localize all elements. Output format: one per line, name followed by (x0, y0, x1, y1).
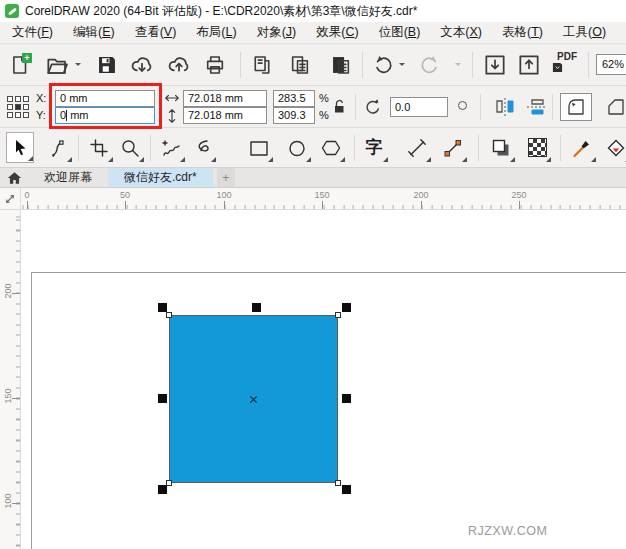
coreldraw-logo-icon (5, 4, 19, 18)
scale-y-field[interactable]: 309.3 (273, 107, 315, 124)
cloud-upload-button[interactable] (164, 50, 194, 80)
ruler-ticks (16, 210, 20, 549)
ruler-origin-icon (4, 193, 16, 205)
toolbar-separator (588, 52, 589, 78)
selection-handle-middle-right[interactable] (342, 394, 351, 403)
ruler-ticks (20, 205, 626, 209)
export-button[interactable] (514, 50, 544, 80)
menu-bitmaps[interactable]: 位图(B) (369, 22, 431, 43)
rectangle-tool[interactable] (245, 132, 273, 163)
unlock-ratio-button[interactable] (332, 98, 347, 115)
degree-icon (458, 101, 467, 110)
x-label: X: (36, 92, 46, 104)
transparency-tool[interactable] (523, 132, 551, 163)
menu-effects[interactable]: 效果(C) (306, 22, 368, 43)
redo-dropdown-icon[interactable] (455, 63, 461, 69)
eyedropper-tool[interactable] (568, 132, 596, 163)
percent-y-label: % (319, 109, 329, 121)
selection-handle-middle-left[interactable] (158, 394, 167, 403)
ruler-label: 0 (24, 190, 29, 200)
mirror-vertical-button[interactable] (524, 96, 550, 118)
menu-file[interactable]: 文件(F) (2, 22, 63, 43)
save-button[interactable] (92, 50, 122, 80)
open-button[interactable] (42, 50, 72, 80)
artistic-media-tool[interactable] (188, 132, 216, 163)
rotate-icon (363, 97, 383, 117)
menu-edit[interactable]: 编辑(E) (63, 22, 125, 43)
menu-text[interactable]: 文本(X) (430, 22, 492, 43)
dimension-tool[interactable] (403, 132, 431, 163)
menu-view[interactable]: 查看(V) (125, 22, 187, 43)
cut-button[interactable] (247, 50, 277, 80)
shape-tool[interactable] (44, 132, 72, 163)
pdf-label: PDF (557, 51, 577, 62)
tab-document[interactable]: 微信好友.cdr* (108, 168, 213, 187)
title-bar: CorelDRAW 2020 (64-Bit 评估版) - E:\CDR2020… (0, 0, 626, 22)
corner-node[interactable] (166, 312, 172, 318)
toolbar-separator (480, 94, 481, 120)
chamfer-corner-button[interactable] (600, 93, 626, 121)
ruler-label: 150 (3, 386, 13, 406)
paste-button[interactable] (326, 50, 356, 80)
connector-tool[interactable] (439, 132, 467, 163)
redo-button[interactable] (414, 50, 444, 80)
horizontal-ruler[interactable]: 0 50 100 150 200 250 (0, 188, 626, 210)
cloud-download-button[interactable] (127, 50, 157, 80)
rotation-angle-field[interactable]: 0.0 (390, 97, 448, 117)
mirror-horizontal-button[interactable] (492, 96, 518, 118)
object-width-field[interactable]: 72.018 mm (183, 90, 267, 107)
freehand-tool[interactable] (157, 132, 185, 163)
corner-node[interactable] (335, 312, 341, 318)
shadow-tool[interactable] (487, 132, 515, 163)
publish-pdf-button[interactable]: PDF (550, 51, 584, 81)
text-tool[interactable]: 字 (360, 132, 388, 163)
object-height-field[interactable]: 72.018 mm (183, 107, 267, 124)
menu-bar: 文件(F) 编辑(E) 查看(V) 布局(L) 对象(J) 效果(C) 位图(B… (0, 22, 626, 44)
copy-button[interactable] (285, 50, 315, 80)
vertical-ruler[interactable]: 200 150 100 (0, 210, 21, 549)
window-title: CorelDRAW 2020 (64-Bit 评估版) - E:\CDR2020… (25, 3, 417, 20)
zoom-tool[interactable] (116, 132, 144, 163)
polygon-tool[interactable] (317, 132, 345, 163)
zoom-level-dropdown[interactable]: 62% (596, 54, 626, 75)
home-tab[interactable] (0, 168, 28, 187)
center-x-marker[interactable] (249, 395, 258, 404)
interactive-fill-tool[interactable] (602, 132, 626, 163)
print-button[interactable] (200, 50, 230, 80)
ruler-label: 200 (413, 190, 428, 200)
new-tab-button[interactable]: + (217, 168, 235, 187)
coreldraw-window: CorelDRAW 2020 (64-Bit 评估版) - E:\CDR2020… (0, 0, 626, 549)
selection-handle-top-left[interactable] (158, 303, 167, 312)
width-icon (164, 93, 180, 103)
selection-handle-top-middle[interactable] (252, 303, 261, 312)
pick-tool[interactable] (6, 132, 34, 163)
crop-tool[interactable] (85, 132, 113, 163)
open-dropdown-icon[interactable] (75, 63, 81, 69)
toolbox-separator (150, 135, 151, 161)
import-button[interactable] (480, 50, 510, 80)
selection-handle-bottom-left[interactable] (158, 485, 167, 494)
menu-tools[interactable]: 工具(O) (553, 22, 616, 43)
selection-handle-bottom-right[interactable] (342, 485, 351, 494)
scale-x-field[interactable]: 283.5 (273, 90, 315, 107)
corner-node[interactable] (166, 480, 172, 486)
home-icon (7, 171, 22, 185)
selection-handle-top-right[interactable] (342, 303, 351, 312)
corner-node[interactable] (335, 480, 341, 486)
y-position-field[interactable]: 0 mm (55, 107, 155, 124)
toolbox-separator (560, 135, 561, 161)
ruler-label: 200 (3, 281, 13, 301)
new-document-button[interactable]: + (5, 50, 35, 80)
tab-welcome-screen[interactable]: 欢迎屏幕 (28, 168, 108, 187)
ruler-origin[interactable] (0, 188, 21, 209)
undo-button[interactable] (369, 50, 399, 80)
menu-table[interactable]: 表格(T) (492, 22, 553, 43)
menu-layout[interactable]: 布局(L) (186, 22, 246, 43)
x-position-field[interactable]: 0 mm (55, 90, 155, 107)
undo-dropdown-icon[interactable] (399, 63, 405, 69)
round-corner-button[interactable] (560, 93, 592, 121)
watermark: RJZXW.COM (468, 524, 548, 538)
menu-object[interactable]: 对象(J) (247, 22, 307, 43)
drawing-canvas[interactable]: 200 150 100 RJZXW.COM (0, 210, 626, 549)
ellipse-tool[interactable] (283, 132, 311, 163)
